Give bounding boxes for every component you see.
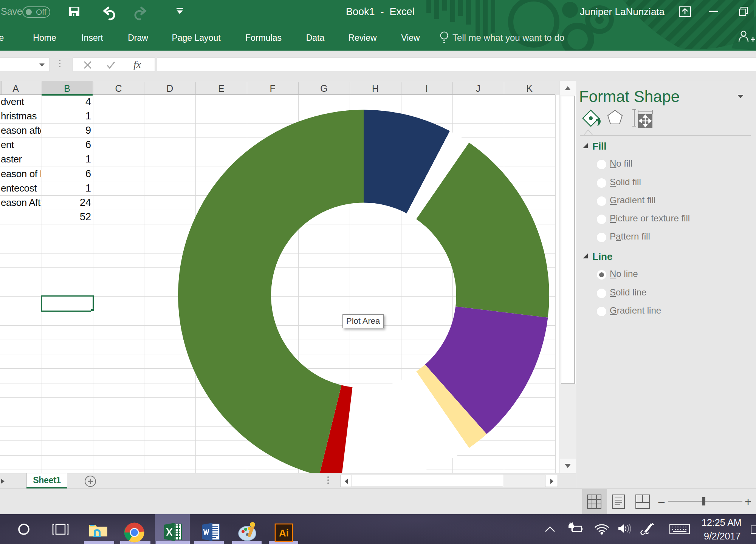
svg-text:Ai: Ai	[279, 527, 289, 539]
